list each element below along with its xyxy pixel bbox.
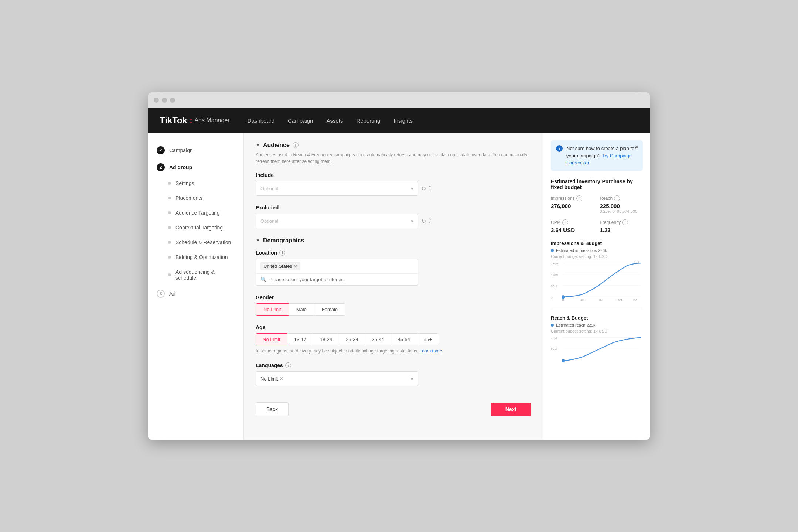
age-55-plus[interactable]: 55+ (417, 333, 439, 345)
gender-btn-group: No Limit Male Female (256, 303, 531, 316)
sidebar-dot-contextual-targeting (168, 226, 171, 229)
sidebar-item-ad-sequencing[interactable]: Ad sequencing & schedule (148, 265, 243, 285)
include-select[interactable]: Optional ▾ (256, 181, 418, 196)
sidebar-dot-placements (168, 197, 171, 200)
info-banner: i Not sure how to create a plan for your… (551, 140, 643, 171)
age-18-24[interactable]: 18-24 (313, 333, 339, 345)
sidebar-label-campaign: Campaign (169, 147, 193, 153)
sidebar-label-ad-sequencing: Ad sequencing & schedule (175, 269, 235, 281)
gender-male[interactable]: Male (289, 303, 314, 316)
audience-section-title: Audience (263, 142, 290, 149)
include-group: Include Optional ▾ ↻ ⤴ (256, 172, 531, 196)
gender-no-limit[interactable]: No Limit (256, 303, 289, 316)
age-no-limit[interactable]: No Limit (256, 333, 287, 345)
reach-budget-title: Reach & Budget (551, 315, 643, 321)
sidebar-item-campaign[interactable]: ✓ Campaign (148, 142, 243, 159)
metric-cpm-label: CPM i (551, 219, 594, 225)
next-button[interactable]: Next (491, 403, 531, 416)
info-banner-icon: i (556, 145, 563, 152)
sidebar-label-schedule-reservation: Schedule & Reservation (175, 239, 231, 245)
demographics-chevron-icon[interactable]: ▼ (256, 238, 260, 243)
sidebar-dot-bidding-optimization (168, 256, 171, 259)
svg-text:2M: 2M (633, 298, 637, 301)
excluded-select[interactable]: Optional ▾ (256, 214, 418, 228)
sidebar-item-schedule-reservation[interactable]: Schedule & Reservation (148, 235, 243, 250)
reach-chart: 75M 50M (551, 335, 643, 365)
svg-text:75M: 75M (551, 336, 557, 340)
age-label: Age (256, 324, 531, 330)
panel-divider (551, 309, 643, 309)
excluded-refresh-icon[interactable]: ↻ (421, 218, 426, 225)
location-group: Location i United States ✕ 🔍 (256, 250, 531, 286)
audience-info-icon[interactable]: i (293, 142, 299, 148)
age-note: In some regions, ad delivery may be subj… (256, 348, 531, 354)
language-tag-remove[interactable]: ✕ (280, 376, 283, 381)
age-note-link[interactable]: Learn more (420, 348, 442, 354)
nav-campaign[interactable]: Campaign (288, 117, 313, 124)
metric-cpm: CPM i 3.64 USD (551, 219, 594, 233)
include-export-icon[interactable]: ⤴ (428, 185, 431, 192)
age-25-34[interactable]: 25-34 (339, 333, 365, 345)
sidebar-label-placements: Placements (175, 195, 202, 201)
sidebar-label-settings: Settings (175, 180, 194, 186)
top-nav: TikTok: Ads Manager Dashboard Campaign A… (148, 108, 650, 133)
audience-chevron-icon[interactable]: ▼ (256, 143, 260, 148)
sidebar-dot-settings (168, 182, 171, 185)
include-refresh-icon[interactable]: ↻ (421, 185, 426, 192)
demographics-section: ▼ Demographics Location i United States … (256, 237, 531, 386)
age-13-17[interactable]: 13-17 (287, 333, 313, 345)
sidebar-item-ad[interactable]: 3 Ad (148, 285, 243, 302)
sidebar-label-bidding-optimization: Bidding & Optimization (175, 254, 228, 260)
audience-section-header: ▼ Audience i (256, 142, 531, 149)
gender-group: Gender No Limit Male Female (256, 294, 531, 316)
age-35-44[interactable]: 35-44 (365, 333, 391, 345)
location-search-input[interactable] (269, 277, 413, 282)
age-45-54[interactable]: 45-54 (391, 333, 417, 345)
languages-select[interactable]: No Limit ✕ ▾ (256, 371, 418, 386)
nav-reporting[interactable]: Reporting (356, 117, 380, 124)
languages-info-icon[interactable]: i (285, 362, 291, 368)
metric-cpm-value: 3.64 USD (551, 227, 594, 233)
include-select-actions: ↻ ⤴ (421, 185, 431, 192)
metric-reach-label: Reach i (600, 195, 643, 201)
sidebar-item-bidding-optimization[interactable]: Bidding & Optimization (148, 250, 243, 265)
svg-text:USD: USD (634, 261, 640, 264)
nav-dashboard[interactable]: Dashboard (248, 117, 274, 124)
gender-female[interactable]: Female (314, 303, 345, 316)
demographics-section-header: ▼ Demographics (256, 237, 531, 244)
metric-frequency: Frequency i 1.23 (600, 219, 643, 233)
sidebar-dot-audience-targeting (168, 211, 171, 214)
excluded-export-icon[interactable]: ⤴ (428, 218, 431, 224)
impressions-info-icon[interactable]: i (576, 195, 582, 201)
include-chevron-icon: ▾ (411, 186, 413, 191)
sidebar-item-placements[interactable]: Placements (148, 191, 243, 205)
location-tag-remove[interactable]: ✕ (294, 264, 297, 269)
content-footer: Back Next (256, 395, 531, 424)
impressions-budget-title: Impressions & Budget (551, 241, 643, 246)
languages-label: Languages i (256, 362, 531, 368)
svg-point-20 (562, 359, 565, 362)
frequency-info-icon[interactable]: i (622, 219, 628, 225)
nav-insights[interactable]: Insights (393, 117, 413, 124)
cpm-info-icon[interactable]: i (562, 219, 568, 225)
location-tag-us: United States ✕ (260, 262, 300, 270)
sidebar-item-adgroup[interactable]: 2 Ad group (148, 159, 243, 176)
include-label: Include (256, 172, 531, 178)
logo-ads-manager-text: Ads Manager (194, 117, 229, 124)
reach-budget-legend: Estimated reach 225k (551, 323, 643, 327)
content-area: ▼ Audience i Audiences used in Reach & F… (244, 133, 543, 440)
sidebar-label-ad: Ad (169, 291, 175, 297)
reach-chart-svg: 75M 50M (551, 335, 643, 365)
language-tag-label: No Limit (260, 376, 278, 382)
location-info-icon[interactable]: i (279, 250, 285, 256)
sidebar-item-contextual-targeting[interactable]: Contextual Targeting (148, 220, 243, 235)
info-banner-close-icon[interactable]: ✕ (635, 144, 639, 150)
sidebar-item-audience-targeting[interactable]: Audience Targeting (148, 205, 243, 220)
nav-assets[interactable]: Assets (326, 117, 343, 124)
reach-info-icon[interactable]: i (614, 195, 620, 201)
sidebar-dot-schedule-reservation (168, 241, 171, 244)
excluded-label: Excluded (256, 205, 531, 211)
back-button[interactable]: Back (256, 402, 289, 416)
sidebar-item-settings[interactable]: Settings (148, 176, 243, 191)
excluded-placeholder: Optional (260, 218, 278, 224)
